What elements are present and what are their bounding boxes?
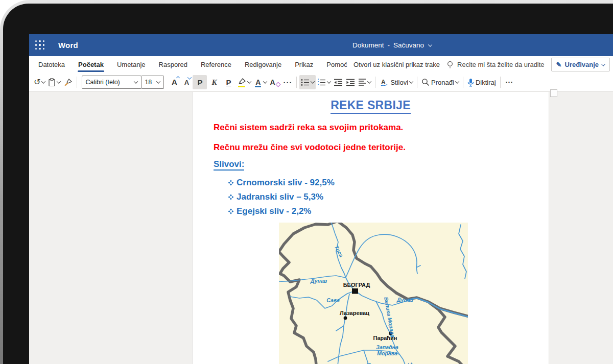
editing-mode-label: Uređivanje [565,61,599,68]
document-canvas: REKE SRBIJE Rečni sistem sadrži reka sa … [29,92,613,364]
underline-letter: P [226,78,231,87]
clipboard-icon [48,78,56,87]
quick-toolbar: ↺ Calibri (telo) [29,73,613,92]
font-size-select[interactable]: 18 [142,76,164,89]
microphone-icon [467,78,474,87]
increase-indent-icon [346,79,355,86]
map-label-zapadna-1: Западна [376,344,398,350]
align-text-icon [358,79,366,86]
ribbon-tab-row: Datoteka Početak Umetanje Raspored Refer… [29,56,613,73]
paragraph-1: Rečni sistem sadrži reka sa svojim prito… [214,123,549,133]
chevron-down-icon [134,79,138,83]
format-painter-icon [64,78,73,86]
chevron-down-icon [263,79,267,83]
tab-pomoc[interactable]: Pomoć [320,56,353,73]
tab-reference[interactable]: Reference [194,56,238,73]
vertical-scrollbar-thumb[interactable] [550,89,557,97]
list-item: Crnomorski sliv - 92,5% [228,176,549,190]
beograd-marker [352,288,358,294]
highlight-color-button[interactable] [235,75,252,89]
paste-button[interactable] [46,75,62,89]
app-name: Word [58,41,78,50]
save-status: Sačuvano [393,41,424,49]
numbered-list-button[interactable] [316,75,332,89]
grow-font-button[interactable]: A [168,75,180,89]
serbia-rivers-map-image[interactable]: Тиса Дунав БЕОГРАД Сава Дунав Лазаревац … [279,223,468,364]
find-label: Pronađi [431,79,454,86]
chevron-down-icon [409,79,413,83]
clear-formatting-button[interactable]: A [268,75,281,89]
shrink-font-letter: A [184,79,189,86]
font-name-select[interactable]: Calibri (telo) [82,76,142,89]
subheading-line: Slivovi: [214,159,549,171]
dictate-label: Diktiraj [476,79,496,86]
italic-button[interactable]: K [207,75,221,89]
bullet-list-icon [301,79,310,86]
tab-datoteka[interactable]: Datoteka [32,56,72,73]
more-formatting-button[interactable]: ··· [281,75,294,89]
chevron-down-icon [455,79,459,83]
underline-button[interactable]: P [221,75,235,89]
document-heading: REKE SRBIJE [331,99,411,114]
font-color-bar [255,86,261,88]
styles-label: Stilovi [390,79,408,86]
undo-button[interactable]: ↺ [32,75,46,89]
document-heading-line: REKE SRBIJE [193,99,549,114]
subheading: Slivovi: [214,159,244,171]
tab-redigovanje[interactable]: Redigovanje [238,56,288,73]
chevron-down-icon [156,79,160,83]
find-button[interactable]: Pronađi [420,75,460,89]
tab-row-right: Otvori uz klasični prikaz trake Recite m… [353,56,610,73]
styles-button[interactable]: A Stilovi [378,75,414,89]
font-color-button[interactable]: A [252,75,268,89]
pencil-icon: ✎ [556,61,562,68]
classic-ribbon-link[interactable]: Otvori uz klasični prikaz trake [353,61,440,68]
decrease-indent-icon [334,79,343,86]
basin-list: Crnomorski sliv - 92,5% Jadranski sliv –… [228,176,549,219]
undo-icon: ↺ [34,78,40,86]
chevron-down-icon [57,79,61,83]
device-frame: Word Dokument - Sačuvano Datoteka Početa… [0,0,613,364]
format-painter-button[interactable] [62,75,74,89]
tell-me-box[interactable]: Recite mi šta želite da uradite [446,61,545,69]
app-launcher-icon[interactable] [35,40,45,50]
tab-raspored[interactable]: Raspored [152,56,194,73]
map-label-lazarevac: Лазаревац [340,310,369,316]
word-app-window: Word Dokument - Sačuvano Datoteka Početa… [29,34,613,364]
tab-pocetak[interactable]: Početak [72,56,110,73]
shrink-font-button[interactable]: A [180,75,193,89]
ellipsis-icon: ··· [283,78,292,87]
list-item: Jadranski sliv – 5,3% [228,190,549,204]
lightbulb-icon [446,61,454,69]
document-page[interactable]: REKE SRBIJE Rečni sistem sadrži reka sa … [192,92,549,364]
document-title-menu[interactable]: Dokument - Sačuvano [352,34,432,56]
decrease-indent-button[interactable] [332,75,344,89]
title-dash: - [388,41,390,49]
chevron-down-icon [601,62,605,66]
numbered-list-icon [317,79,326,86]
dictate-button[interactable]: Diktiraj [466,75,498,89]
chevron-down-icon [41,79,45,83]
font-name-value: Calibri (telo) [82,79,123,86]
list-item-text: Egejski sliv - 2,2% [237,206,311,216]
list-item-text: Crnomorski sliv - 92,5% [237,178,335,188]
toolbar-overflow-button[interactable]: ⋯ [503,75,515,89]
diamond-bullet-icon [228,194,234,200]
map-label-dunav-left: Дунав [310,278,327,284]
tell-me-label: Recite mi šta želite da uradite [457,61,545,68]
highlight-color-bar [238,86,245,88]
clear-format-letter: A [270,78,275,86]
tab-umetanje[interactable]: Umetanje [110,56,152,73]
tab-prikaz[interactable]: Prikaz [288,56,320,73]
toolbar-overflow-icon: ⋯ [505,78,513,87]
grow-font-letter: A [172,78,177,86]
list-item-text: Jadranski sliv – 5,3% [237,192,323,202]
diamond-bullet-icon [228,208,234,214]
search-icon [421,78,430,86]
increase-indent-button[interactable] [344,75,357,89]
editing-mode-button[interactable]: ✎ Uređivanje [551,58,610,71]
bullet-list-button[interactable] [299,75,316,89]
bold-button[interactable]: P [193,75,207,89]
alignment-button[interactable] [357,75,372,89]
map-label-zapadna-2: Морава [377,350,397,356]
